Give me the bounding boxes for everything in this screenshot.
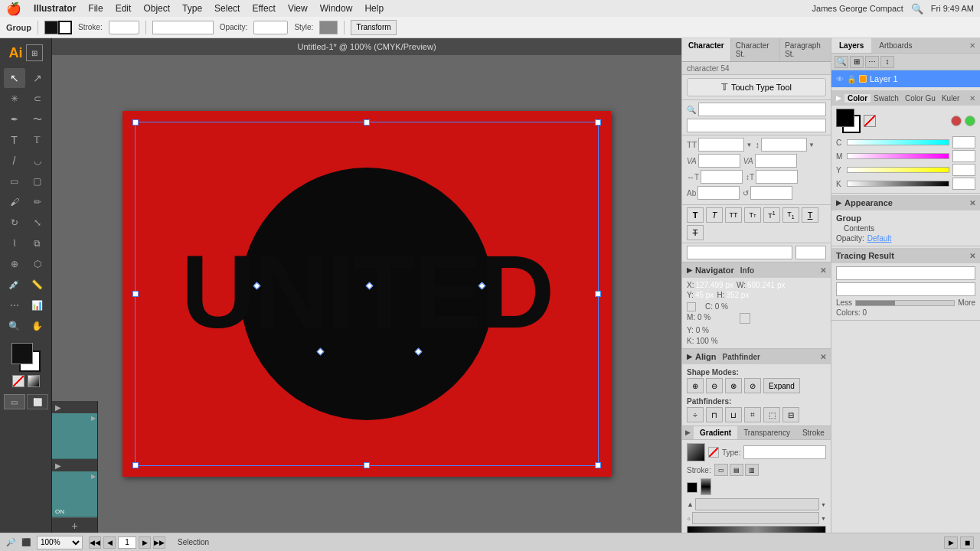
- handle-bl[interactable]: [132, 462, 139, 468]
- minus-front-btn[interactable]: ⊖: [706, 378, 723, 393]
- handle-mr[interactable]: [595, 291, 601, 297]
- color-square[interactable]: [740, 313, 750, 324]
- blend-tool[interactable]: ⋯: [4, 295, 25, 315]
- direct-selection-tool[interactable]: ↗: [27, 68, 48, 88]
- apple-menu[interactable]: 🍎: [6, 2, 21, 16]
- shape-builder-tool[interactable]: ⊕: [4, 254, 25, 274]
- collapse-align-icon[interactable]: ▶: [687, 353, 692, 360]
- prev-page-btn[interactable]: ◀◀: [89, 536, 101, 549]
- layer-visibility-icon[interactable]: 👁: [836, 75, 844, 83]
- collapse-appearance-icon[interactable]: ▶: [836, 199, 841, 207]
- baseline-input[interactable]: 0 pt: [697, 186, 740, 200]
- tab-swatch[interactable]: Swatch: [871, 94, 902, 103]
- outline-btn[interactable]: ⬚: [763, 407, 780, 422]
- layer-item-1[interactable]: 👁 🔒 Layer 1: [831, 70, 980, 87]
- tab-stroke[interactable]: Stroke: [796, 426, 831, 439]
- collapse-color-icon[interactable]: ▶: [836, 94, 841, 102]
- thumb-preview-2[interactable]: ON ▶: [52, 471, 97, 517]
- gradient-bar[interactable]: [687, 526, 826, 533]
- gradient-a-arrow[interactable]: ▼: [821, 502, 826, 507]
- handle-tc[interactable]: [364, 119, 370, 126]
- collapse-gradient-icon[interactable]: ▶: [682, 426, 694, 439]
- close-layers-btn[interactable]: ✕: [965, 38, 980, 53]
- super-btn[interactable]: T1: [763, 207, 780, 223]
- menu-object[interactable]: Object: [143, 3, 170, 14]
- next-page-btn[interactable]: ▶▶: [153, 536, 165, 549]
- handle-tl[interactable]: [132, 119, 139, 126]
- stroke-gradient-2[interactable]: ▤: [730, 464, 743, 476]
- search-icon[interactable]: 🔍: [911, 3, 923, 15]
- tab-character-styles[interactable]: Character St.: [731, 38, 780, 61]
- font-size-input[interactable]: 312 pt: [698, 138, 744, 152]
- stroke-input[interactable]: [109, 21, 139, 34]
- leading-input[interactable]: 374.4 pt: [761, 138, 807, 152]
- layers-more-btn[interactable]: ⋯: [865, 56, 879, 68]
- measure-tool[interactable]: 📏: [27, 275, 48, 295]
- type-tool[interactable]: T: [4, 130, 25, 150]
- close-navigator-btn[interactable]: ✕: [820, 266, 826, 275]
- gradient-type-dropdown[interactable]: ▼: [743, 445, 826, 459]
- perspective-tool[interactable]: ⬡: [27, 254, 48, 274]
- gradient-loc-arrow[interactable]: ▼: [821, 516, 826, 521]
- play-btn[interactable]: ▶: [944, 536, 958, 549]
- gradient-loc-input[interactable]: [692, 512, 819, 524]
- workspace-switcher[interactable]: ⊞: [26, 44, 43, 61]
- page-input[interactable]: [118, 536, 136, 549]
- hand-tool[interactable]: ✋: [27, 316, 48, 336]
- tab-paragraph-styles[interactable]: Paragraph St.: [780, 38, 831, 61]
- menu-effect[interactable]: Effect: [252, 3, 275, 14]
- lasso-tool[interactable]: ⊂: [27, 89, 48, 109]
- normal-screen-mode[interactable]: ▭: [4, 394, 25, 409]
- pencil-tool[interactable]: ✏: [27, 192, 48, 212]
- language-dropdown[interactable]: English: USA ▼: [687, 246, 792, 259]
- tab-info[interactable]: Info: [740, 266, 754, 275]
- handle-tr[interactable]: [595, 119, 601, 126]
- magic-wand-tool[interactable]: ✳: [4, 89, 25, 109]
- menu-file[interactable]: File: [88, 3, 103, 14]
- line-tool[interactable]: /: [4, 151, 25, 171]
- c-slider[interactable]: [847, 139, 949, 145]
- fill-swatch[interactable]: [836, 109, 854, 127]
- layer-lock-icon[interactable]: 🔒: [847, 75, 856, 83]
- kerning-dropdown[interactable]: Auto ▼: [698, 154, 740, 168]
- menu-help[interactable]: Help: [364, 3, 384, 14]
- curvature-tool[interactable]: 〜: [27, 109, 48, 129]
- full-screen-mode[interactable]: ⬜: [27, 394, 48, 409]
- smallcaps-btn[interactable]: Tt: [744, 207, 761, 223]
- rounded-rect-tool[interactable]: ▢: [27, 171, 48, 191]
- sub-btn[interactable]: T1: [782, 207, 799, 223]
- handle-ml[interactable]: [132, 291, 139, 297]
- close-align-btn[interactable]: ✕: [820, 353, 826, 361]
- exclude-btn[interactable]: ⊘: [744, 378, 761, 393]
- font-family-dropdown[interactable]: League Gothic ▼: [698, 103, 826, 116]
- prev-btn[interactable]: ◀: [103, 536, 116, 549]
- tab-artboards[interactable]: Artboards: [871, 38, 920, 53]
- free-transform-tool[interactable]: ⧉: [27, 233, 48, 253]
- tab-kuler[interactable]: Kuler: [939, 94, 962, 103]
- none-swatch[interactable]: [864, 115, 876, 127]
- tracing-view-dropdown[interactable]: Limited ▼: [836, 282, 975, 296]
- close-tracing-btn[interactable]: ✕: [969, 252, 975, 260]
- rotate-tool[interactable]: ↻: [4, 213, 25, 233]
- tab-color-guide[interactable]: Color Gu: [902, 94, 939, 103]
- tab-transparency[interactable]: Transparency: [737, 426, 796, 439]
- layers-search-btn[interactable]: 🔍: [835, 56, 848, 68]
- italic-btn[interactable]: T: [706, 207, 723, 223]
- stop-btn[interactable]: ◼: [960, 536, 974, 549]
- layers-arrange-btn[interactable]: ↕: [880, 56, 894, 68]
- expand-btn[interactable]: Expand: [763, 378, 800, 393]
- tab-pathfinder[interactable]: Pathfinder: [723, 353, 760, 361]
- tab-character[interactable]: Character: [682, 38, 731, 61]
- next-btn[interactable]: ▶: [139, 536, 151, 549]
- paintbrush-tool[interactable]: 🖌: [4, 192, 25, 212]
- trim-btn[interactable]: ⊓: [706, 407, 723, 422]
- none-color[interactable]: [12, 375, 24, 387]
- collapse-navigator-icon[interactable]: ▶: [687, 266, 692, 274]
- minus-back-btn[interactable]: ⊟: [782, 407, 799, 422]
- zoom-tool[interactable]: 🔍: [4, 316, 25, 336]
- leading-arrow[interactable]: ▼: [808, 142, 815, 148]
- fill-color[interactable]: [44, 21, 58, 34]
- strikethrough-btn[interactable]: T: [687, 225, 704, 240]
- y-slider[interactable]: [847, 167, 949, 173]
- scale-v-input[interactable]: 100%: [756, 170, 798, 184]
